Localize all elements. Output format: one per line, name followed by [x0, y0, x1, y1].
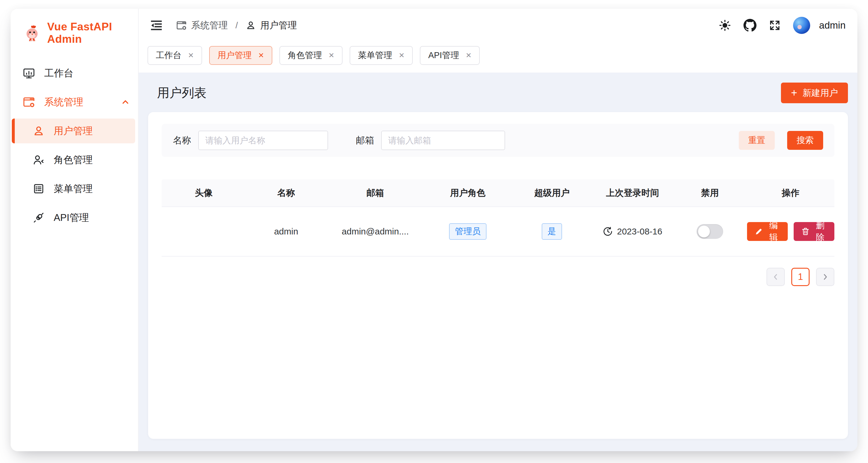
email-filter-label: 邮箱: [356, 134, 374, 146]
trash-icon: [801, 227, 810, 236]
pencil-icon: [755, 227, 763, 236]
users-table: 头像 名称 邮箱 用户角色 超级用户 上次登录时间 禁用 操作 admin ad…: [162, 179, 834, 257]
column-header-superuser: 超级用户: [512, 187, 592, 199]
tab-label: 菜单管理: [358, 49, 392, 61]
fullscreen-icon[interactable]: [769, 20, 781, 31]
app-logo[interactable]: Vue FastAPI Admin: [11, 9, 138, 45]
delete-label: 删除: [814, 220, 827, 243]
sidebar-item-label: 用户管理: [54, 125, 93, 138]
cell-superuser: 是: [512, 223, 592, 240]
cell-actions: 编辑 删除: [747, 222, 834, 241]
tabbar: 工作台 ✕ 用户管理 ✕ 角色管理 ✕ 菜单管理 ✕ API管理 ✕: [139, 42, 857, 72]
delete-button[interactable]: 删除: [794, 222, 834, 241]
email-filter-input[interactable]: [381, 131, 505, 150]
name-filter-label: 名称: [173, 134, 191, 146]
column-header-lastlogin: 上次登录时间: [592, 187, 673, 199]
create-user-label: 新建用户: [803, 87, 838, 99]
filter-bar: 名称 邮箱 重置 搜索: [162, 124, 834, 157]
tab-workbench[interactable]: 工作台 ✕: [148, 46, 202, 65]
tab-menus[interactable]: 菜单管理 ✕: [350, 46, 413, 65]
next-page-button[interactable]: [816, 268, 834, 286]
breadcrumb-label: 用户管理: [260, 19, 297, 32]
close-icon[interactable]: ✕: [188, 51, 194, 60]
sidebar-item-workbench[interactable]: 工作台: [11, 61, 138, 86]
tab-apis[interactable]: API管理 ✕: [420, 46, 480, 65]
page-number-1[interactable]: 1: [791, 268, 810, 286]
main-area: 系统管理 / 用户管理: [139, 9, 857, 451]
sidebar-menu: 工作台 系统管理: [11, 61, 138, 234]
disabled-toggle[interactable]: [696, 224, 723, 239]
page-title: 用户列表: [157, 85, 207, 101]
prev-page-button[interactable]: [767, 268, 785, 286]
column-header-actions: 操作: [747, 187, 834, 199]
monitor-icon: [23, 67, 35, 79]
sidebar-item-label: 菜单管理: [54, 182, 93, 196]
column-header-disabled: 禁用: [673, 187, 747, 199]
sidebar-item-users[interactable]: 用户管理: [12, 119, 135, 143]
edit-button[interactable]: 编辑: [747, 222, 788, 241]
column-header-name: 名称: [246, 187, 327, 199]
close-icon[interactable]: ✕: [399, 51, 404, 60]
sidebar-collapse-icon[interactable]: [149, 18, 163, 32]
sidebar-item-system[interactable]: 系统管理: [11, 90, 138, 114]
column-header-avatar: 头像: [162, 187, 246, 199]
close-icon[interactable]: ✕: [466, 51, 471, 60]
window-gear-icon: [176, 20, 187, 31]
search-button[interactable]: 搜索: [787, 131, 823, 150]
page-header: 用户列表 + 新建用户: [139, 72, 857, 111]
superuser-tag: 是: [542, 223, 562, 240]
menu-list-icon: [32, 183, 45, 195]
create-user-button[interactable]: + 新建用户: [781, 82, 848, 103]
tab-label: 角色管理: [288, 49, 322, 61]
sidebar: Vue FastAPI Admin 工作台: [11, 9, 139, 451]
sidebar-item-label: 工作台: [44, 67, 73, 80]
sidebar-item-roles[interactable]: 角色管理: [11, 147, 138, 172]
page-content: 用户列表 + 新建用户 名称 邮箱 重置 搜索: [139, 72, 857, 451]
user-icon: [32, 125, 45, 137]
sidebar-item-menus[interactable]: 菜单管理: [11, 176, 138, 201]
cell-name: admin: [246, 227, 327, 236]
github-icon[interactable]: [743, 19, 756, 32]
sidebar-item-apis[interactable]: API管理: [11, 205, 138, 230]
table-row: admin admin@admin.... 管理员 是: [162, 207, 834, 257]
api-plug-icon: [32, 211, 45, 224]
name-filter-input[interactable]: [198, 131, 328, 150]
tab-label: API管理: [428, 49, 459, 61]
breadcrumb-item-users[interactable]: 用户管理: [245, 19, 297, 32]
app-title: Vue FastAPI Admin: [47, 21, 138, 45]
column-header-email: 邮箱: [327, 187, 424, 199]
sidebar-item-label: 角色管理: [54, 153, 93, 167]
close-icon[interactable]: ✕: [258, 51, 264, 60]
avatar[interactable]: [793, 17, 810, 34]
breadcrumb-label: 系统管理: [191, 19, 228, 32]
tab-label: 工作台: [156, 49, 181, 61]
breadcrumb-item-system[interactable]: 系统管理: [176, 19, 228, 32]
topbar: 系统管理 / 用户管理: [139, 9, 857, 42]
window-gear-icon: [23, 96, 35, 108]
user-role-icon: [32, 154, 45, 166]
app-window: Vue FastAPI Admin 工作台: [11, 9, 857, 451]
theme-sun-icon[interactable]: [719, 19, 731, 32]
table-header-row: 头像 名称 邮箱 用户角色 超级用户 上次登录时间 禁用 操作: [162, 179, 834, 207]
role-tag: 管理员: [449, 223, 487, 240]
close-icon[interactable]: ✕: [329, 51, 334, 60]
tab-roles[interactable]: 角色管理 ✕: [279, 46, 343, 65]
topbar-actions: admin: [719, 17, 845, 34]
pagination: 1: [162, 268, 834, 286]
tab-users[interactable]: 用户管理 ✕: [209, 46, 272, 65]
chevron-up-icon: [121, 98, 130, 106]
column-header-role: 用户角色: [424, 187, 511, 199]
edit-label: 编辑: [767, 220, 780, 243]
last-login-value: 2023-08-16: [617, 227, 662, 236]
clock-icon: [603, 227, 613, 236]
sidebar-item-label: 系统管理: [44, 96, 83, 109]
breadcrumb-separator: /: [236, 20, 238, 30]
plus-icon: +: [791, 88, 797, 98]
chick-logo-icon: [24, 24, 41, 42]
username[interactable]: admin: [819, 20, 845, 31]
breadcrumb: 系统管理 / 用户管理: [176, 19, 297, 32]
reset-button[interactable]: 重置: [739, 131, 775, 150]
sidebar-item-label: API管理: [54, 211, 89, 224]
tab-label: 用户管理: [217, 49, 252, 61]
cell-disabled: [673, 224, 747, 239]
